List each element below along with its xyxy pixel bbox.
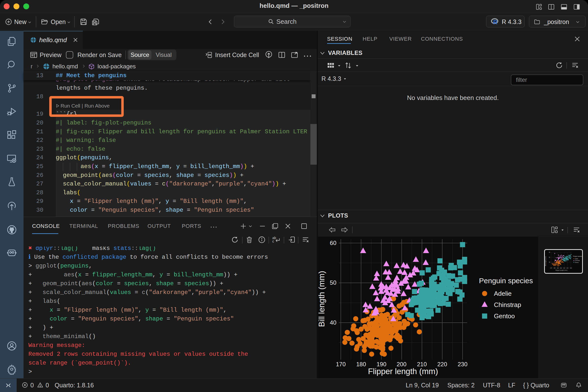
svg-text:220: 220 [437, 361, 447, 368]
svg-text:Penguin species: Penguin species [479, 276, 533, 285]
svg-text:50: 50 [330, 279, 336, 286]
svg-text:220: 220 [566, 268, 568, 269]
svg-text:230: 230 [458, 361, 468, 368]
svg-text:170: 170 [550, 268, 552, 269]
svg-text:Adelie: Adelie [494, 290, 512, 297]
svg-text:Flipper length (mm): Flipper length (mm) [556, 270, 568, 271]
svg-text:200: 200 [560, 268, 562, 269]
svg-text:230: 230 [570, 268, 572, 269]
svg-text:60: 60 [549, 252, 550, 253]
svg-text:190: 190 [557, 268, 559, 269]
svg-text:R: R [493, 19, 497, 26]
svg-text:Chinstrap: Chinstrap [494, 301, 521, 308]
svg-text:210: 210 [563, 268, 565, 269]
svg-text:180: 180 [356, 361, 366, 368]
svg-text:Gentoo: Gentoo [575, 262, 579, 263]
svg-text:Adelie: Adelie [575, 258, 578, 260]
svg-text:Chinstrap: Chinstrap [575, 260, 580, 261]
svg-text:Flipper length (mm): Flipper length (mm) [368, 367, 438, 376]
svg-text:60: 60 [330, 240, 336, 246]
svg-text:Bill length (mm): Bill length (mm) [318, 271, 326, 327]
svg-text:210: 210 [417, 361, 427, 368]
svg-text:Bill length (mm): Bill length (mm) [545, 256, 546, 266]
svg-text:190: 190 [376, 361, 386, 368]
svg-text:200: 200 [397, 361, 406, 368]
svg-text:Gentoo: Gentoo [494, 312, 515, 320]
svg-text:Penguin species: Penguin species [573, 256, 582, 257]
svg-text:180: 180 [554, 268, 556, 269]
svg-text:40: 40 [330, 319, 336, 326]
svg-text:50: 50 [549, 257, 550, 258]
svg-text:c: c [272, 240, 274, 243]
svg-text:170: 170 [336, 361, 346, 368]
svg-text:40: 40 [549, 262, 550, 263]
